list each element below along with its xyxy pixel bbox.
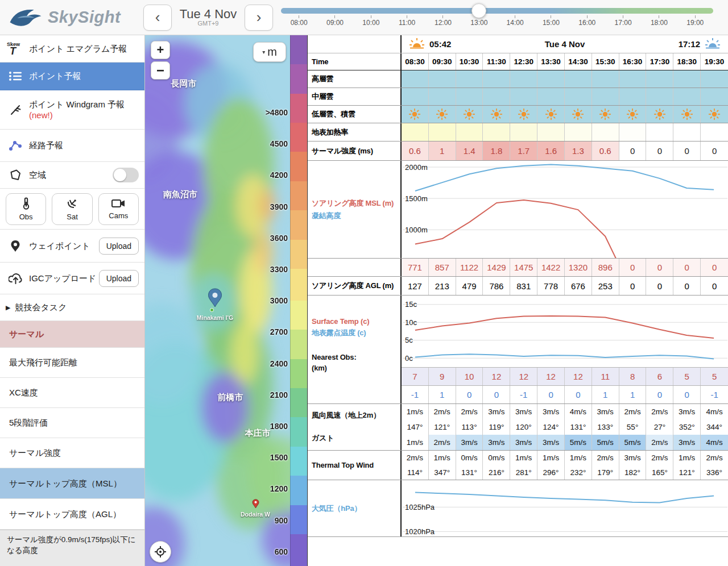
svg-text:1000m: 1000m bbox=[405, 226, 428, 234]
mid-cloud-cell bbox=[619, 88, 647, 105]
msl-values-cell: 0 bbox=[619, 259, 647, 276]
zoom-out-button[interactable]: − bbox=[151, 61, 170, 80]
wind-cell: 2m/s55°5m/s bbox=[619, 404, 647, 450]
row-label-thermal-top-wind: Thermal Top Wind bbox=[312, 461, 374, 469]
obs1-cell: 8 bbox=[619, 368, 647, 385]
low-cloud-cell bbox=[565, 106, 592, 123]
zoom-in-button[interactable]: + bbox=[151, 41, 170, 59]
obs2-cell: 1 bbox=[429, 386, 456, 403]
sidebar-item-thermal[interactable]: サーマル bbox=[0, 321, 144, 348]
sidebar-item-waypoint[interactable]: ウェイポイント Upload bbox=[0, 230, 144, 263]
times-cell: 15:30 bbox=[592, 53, 619, 70]
site-dot bbox=[210, 308, 214, 312]
thermal-strength-cell: 1.8 bbox=[483, 142, 510, 160]
row-label-obs-unit: (km) bbox=[312, 364, 327, 372]
sidebar-item-point-forecast[interactable]: ポイント予報 bbox=[0, 63, 144, 90]
skysight-logo-icon bbox=[7, 5, 44, 30]
high-cloud-cell bbox=[402, 70, 429, 88]
high-cloud-cell bbox=[646, 70, 673, 88]
wind-cell: 2m/s121°2m/s bbox=[429, 404, 456, 450]
mid-cloud-cell bbox=[592, 88, 619, 105]
svg-text:10c: 10c bbox=[405, 318, 417, 327]
heating-cell bbox=[429, 123, 456, 141]
cams-button[interactable]: Cams bbox=[98, 193, 139, 225]
times-cell: 19:30 bbox=[701, 53, 728, 70]
igc-upload-button[interactable]: Upload bbox=[99, 270, 139, 287]
high-cloud-cell bbox=[510, 70, 537, 88]
thermal-strength-row: サーマル強度 (ms) 0.611.41.81.71.61.30.60000 bbox=[308, 142, 728, 161]
low-cloud-cell bbox=[592, 106, 619, 123]
airspace-toggle[interactable] bbox=[113, 168, 139, 182]
route-icon bbox=[6, 139, 25, 152]
map-label: 南魚沼市 bbox=[163, 189, 197, 200]
layer-description: サーマル強度が0.9m/s(175fps)以下になる高度 bbox=[0, 530, 144, 566]
row-label-dew-point: 地表露点温度 (c) bbox=[312, 328, 366, 338]
slider-tick: 09:00 bbox=[317, 15, 353, 27]
sidebar-item-windgram[interactable]: ポイント Windgram 予報 (new!) bbox=[0, 90, 144, 130]
next-day-button[interactable]: › bbox=[245, 5, 273, 31]
times-cell: 10:30 bbox=[456, 53, 483, 70]
sunset-icon bbox=[704, 37, 721, 51]
list-icon bbox=[6, 70, 25, 82]
mid-cloud-cell bbox=[701, 88, 728, 105]
location-pin[interactable] bbox=[208, 288, 222, 310]
thermal-top-wind-cell: 3m/s182° bbox=[619, 451, 647, 480]
low-cloud-cell bbox=[483, 106, 510, 123]
obs2-cell: 0 bbox=[483, 386, 510, 403]
heating-cell bbox=[646, 123, 673, 141]
times-cell: 11:30 bbox=[483, 53, 510, 70]
row-label-soaring-agl: ソアリング高度 AGL (m) bbox=[308, 277, 402, 295]
sidebar-item-competition-task[interactable]: ▶ 競技会タスク bbox=[0, 294, 144, 321]
forecast-header-row: 05:42 Tue 4 Nov 17:12 bbox=[308, 35, 728, 53]
sunrise-time: 05:42 bbox=[429, 39, 451, 49]
thermal-strength-cell: 0.6 bbox=[402, 142, 429, 160]
sidebar-item-rating[interactable]: 5段階評価 bbox=[0, 408, 144, 438]
thermal-top-wind-cell: 1m/s121° bbox=[673, 451, 701, 480]
new-badge: (new!) bbox=[29, 110, 53, 120]
map-labels: 長岡市南魚沼市前橋市本庄市Minakami I'GDodaira W bbox=[145, 35, 307, 566]
row-label-thermal-strength: サーマル強度 (ms) bbox=[308, 142, 402, 160]
sat-button[interactable]: Sat bbox=[52, 193, 92, 225]
obs1-cell: 12 bbox=[565, 368, 592, 385]
sidebar-item-thermal-top-agl[interactable]: サーマルトップ高度（AGL） bbox=[0, 499, 144, 530]
times-cell: 16:30 bbox=[619, 53, 647, 70]
sidebar-item-igc-upload[interactable]: IGCアップロード Upload bbox=[0, 263, 144, 294]
locate-button[interactable] bbox=[150, 541, 171, 563]
unit-selector[interactable]: ▾ m bbox=[253, 42, 286, 62]
sidebar-item-thermal-strength[interactable]: サーマル強度 bbox=[0, 438, 144, 468]
agl-values-cell: 479 bbox=[456, 277, 483, 295]
wind-cell: 3m/s133°5m/s bbox=[592, 404, 619, 450]
sidebar-item-route-forecast[interactable]: 経路予報 bbox=[0, 130, 144, 162]
time-slider: 08:0009:0010:0011:0012:0013:0014:0015:00… bbox=[281, 0, 713, 35]
sidebar-item-airspace[interactable]: 空域 bbox=[0, 162, 144, 189]
msl-values-cell: 1475 bbox=[510, 259, 537, 276]
agl-values-cell: 786 bbox=[483, 277, 510, 295]
sidebar-item-max-distance[interactable]: 最大飛行可能距離 bbox=[0, 348, 144, 378]
thermal-strength-cell: 0 bbox=[619, 142, 647, 160]
sidebar-item-xc-speed[interactable]: XC速度 bbox=[0, 378, 144, 408]
map-label: 前橋市 bbox=[218, 392, 243, 403]
time-slider-handle[interactable] bbox=[471, 3, 486, 18]
sidebar-item-emagram[interactable]: Skew T ポイント エマグラム予報 bbox=[0, 35, 144, 63]
obs2-cell: 0 bbox=[673, 386, 701, 403]
obs-button[interactable]: Obs bbox=[6, 193, 46, 225]
low-cloud-cell bbox=[646, 106, 673, 123]
heating-cell bbox=[701, 123, 728, 141]
sidebar-item-thermal-top-msl[interactable]: サーマルトップ高度（MSL） bbox=[0, 468, 144, 499]
slider-tick: 08:00 bbox=[281, 15, 317, 27]
waypoint-upload-button[interactable]: Upload bbox=[99, 238, 139, 255]
mid-cloud-cell bbox=[537, 88, 565, 105]
prev-day-button[interactable]: ‹ bbox=[143, 5, 172, 31]
upload-cloud-icon bbox=[6, 273, 25, 284]
agl-values-cell: 831 bbox=[510, 277, 537, 295]
surface-wind-block: 風向風速（地上2m） ガスト 1m/s147°1m/s2m/s121°2m/s2… bbox=[308, 404, 728, 451]
dodaira-pin[interactable] bbox=[252, 499, 259, 511]
time-slider-track[interactable] bbox=[281, 8, 713, 14]
mid-cloud-cell bbox=[402, 88, 429, 105]
thermal-strength-cell: 0 bbox=[673, 142, 701, 160]
thermal-top-wind-cell: 1m/s281° bbox=[510, 451, 537, 480]
obs2-cell: 0 bbox=[565, 386, 592, 403]
row-label-soaring-msl: ソアリング高度 MSL (m) bbox=[312, 198, 394, 209]
msl-values-cell: 1422 bbox=[537, 259, 565, 276]
map[interactable]: >480045004200390036003300300027002400210… bbox=[145, 35, 307, 566]
